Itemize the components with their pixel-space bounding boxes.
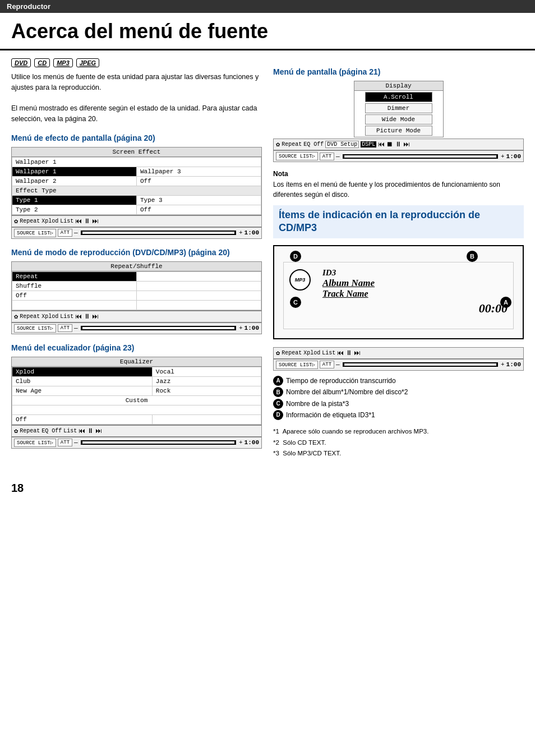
source-btn[interactable]: SOURCE LIST▷ <box>14 324 56 333</box>
att-btn[interactable]: ATT <box>58 324 72 332</box>
badge-dvd: DVD <box>11 58 31 67</box>
progress-inner <box>82 327 234 329</box>
pause-btn[interactable]: ⏸ <box>395 140 402 149</box>
table-row <box>12 405 261 414</box>
table-row: Wallpaper 1 <box>12 157 261 167</box>
header-title: Reproductor <box>7 2 50 11</box>
progress-inner <box>82 441 234 444</box>
progress-bar <box>81 440 236 445</box>
menu-cell <box>12 405 261 414</box>
eqoff-label: EQ Off <box>303 141 324 147</box>
screen-effect-block: Screen Effect Wallpaper 1 Wallpaper 1 Wa… <box>11 147 262 239</box>
xplod-btn: Xplod <box>41 218 58 224</box>
gear-icon: ✿ <box>14 312 18 321</box>
track-name: Track Name <box>322 289 508 299</box>
cdmp3-inner: MP3 ID3 Album Name Track Name 00:00 <box>283 262 514 329</box>
cdmp3-display: D B MP3 ID3 Album Name Track Name 00:00 … <box>273 245 524 339</box>
att-btn[interactable]: ATT <box>320 361 334 368</box>
list-item: Dimmer <box>365 103 432 113</box>
att-btn[interactable]: ATT <box>58 439 72 446</box>
pause-btn[interactable]: ⏸ <box>84 312 90 321</box>
list-label: List <box>60 314 73 320</box>
list-item: Wide Mode <box>365 114 432 125</box>
repeat-table: Repeat Shuffle Off <box>12 271 261 310</box>
progress-bar <box>81 326 236 330</box>
intro-line1: Utilice los menús de fuente de esta unid… <box>11 73 259 91</box>
prev-btn[interactable]: ⏮ <box>79 427 85 435</box>
plus-sign: + <box>239 439 243 446</box>
gear-icon: ✿ <box>276 140 280 149</box>
eq-statusbar: ✿ Repeat EQ Off List ⏮ ⏸ ⏭ <box>11 425 262 437</box>
prev-btn[interactable]: ⏮ <box>337 349 344 357</box>
progress-inner <box>344 363 496 366</box>
source-btn[interactable]: SOURCE LIST▷ <box>276 361 318 369</box>
bottom-spacer <box>0 459 535 482</box>
table-row: New Age Rock <box>12 386 261 395</box>
menu-cell <box>137 281 261 291</box>
screen-effect-menu: Screen Effect Wallpaper 1 Wallpaper 1 Wa… <box>11 147 262 215</box>
repeat-menu: Repeat/Shuffle Repeat Shuffle Off <box>11 261 262 311</box>
repeat-label: Repeat <box>20 428 40 434</box>
list-item: Picture Mode <box>365 126 432 136</box>
source-btn[interactable]: SOURCE LIST▷ <box>14 439 56 447</box>
table-row: Club Jazz <box>12 376 261 386</box>
pause-btn[interactable]: ⏸ <box>84 217 90 225</box>
menu-cell: Xplod <box>12 367 153 376</box>
repeat-label: Repeat <box>282 350 302 356</box>
menu-cell: Club <box>12 376 153 386</box>
table-row: Repeat <box>12 271 261 281</box>
pantalla-statusbar: ✿ Repeat EQ Off DVD Setup DSPL ⏮ ⏹ ⏸ ⏭ <box>273 139 524 150</box>
list-item: A.Scroll <box>365 92 432 102</box>
id3-label: ID3 <box>322 268 508 278</box>
menu-cell <box>137 271 261 281</box>
footnote-1: *1 Aparece sólo cuando se reproducen arc… <box>273 426 524 437</box>
legend-a-text: Tiempo de reproducción transcurrido <box>286 375 396 386</box>
prev-btn[interactable]: ⏮ <box>378 140 385 149</box>
screen-effect-menu-title: Screen Effect <box>12 147 261 157</box>
source-btn[interactable]: SOURCE LIST▷ <box>14 229 56 237</box>
menu-cell: Off <box>137 176 261 186</box>
next-btn[interactable]: ⏭ <box>92 217 99 225</box>
menu-cell: Repeat <box>12 271 137 281</box>
cdmp3-statusbar2: SOURCE LIST▷ ATT — + 1:00 <box>273 359 524 371</box>
menu-cell: Custom <box>12 395 261 405</box>
prev-btn[interactable]: ⏮ <box>75 217 82 225</box>
pause-btn[interactable]: ⏸ <box>345 349 352 357</box>
repeat-btn: Repeat <box>20 218 40 224</box>
next-btn[interactable]: ⏭ <box>354 349 361 357</box>
badge-jpeg: JPEG <box>76 58 99 67</box>
list-label: List <box>322 350 335 356</box>
equalizer-block: Equalizer Xplod Vocal Club Jazz New Age … <box>11 357 262 449</box>
table-row: Effect Type <box>12 186 261 195</box>
repeat-menu-title: Repeat/Shuffle <box>12 262 261 271</box>
menu-cell: Off <box>137 205 261 214</box>
prev-btn[interactable]: ⏮ <box>75 312 82 321</box>
section-cdmp3-title: Ítems de indicación en la reproducción d… <box>273 205 524 238</box>
legend-item-d: D Información de etiqueta ID3*1 <box>273 409 524 421</box>
intro-line2: El menú mostrado es diferente según el e… <box>11 104 257 123</box>
next-btn[interactable]: ⏭ <box>92 312 99 321</box>
dvdsetup-label: DVD Setup <box>325 141 359 148</box>
next-btn[interactable]: ⏭ <box>403 140 410 149</box>
menu-cell: Rock <box>152 386 261 395</box>
att-btn[interactable]: ATT <box>320 153 334 160</box>
screen-effect-statusbar: ✿ Repeat Xplod List ⏮ ⏸ ⏭ <box>11 215 262 227</box>
cdmp3-text-area: ID3 Album Name Track Name <box>322 268 508 299</box>
pause-btn[interactable]: ⏸ <box>87 427 94 435</box>
menu-cell <box>137 300 261 310</box>
section-repeat-title: Menú de modo de reproducción (DVD/CD/MP3… <box>11 248 262 257</box>
repeat-statusbar2: SOURCE LIST▷ ATT — + 1:00 <box>11 322 262 334</box>
pantalla-menu-title: Display <box>354 81 443 91</box>
att-btn[interactable]: ATT <box>58 229 72 237</box>
table-row: Off <box>12 291 261 300</box>
progress-bar <box>343 362 498 367</box>
progress-inner <box>344 155 496 158</box>
source-btn[interactable]: SOURCE LIST▷ <box>276 152 318 160</box>
footnotes: *1 Aparece sólo cuando se reproducen arc… <box>273 426 524 459</box>
next-btn[interactable]: ⏭ <box>95 427 102 435</box>
table-row: Off <box>12 414 261 424</box>
menu-cell: Effect Type <box>12 186 261 195</box>
plus-sign: + <box>501 153 505 160</box>
progress-bar <box>81 231 236 235</box>
stop-btn[interactable]: ⏹ <box>386 140 393 149</box>
